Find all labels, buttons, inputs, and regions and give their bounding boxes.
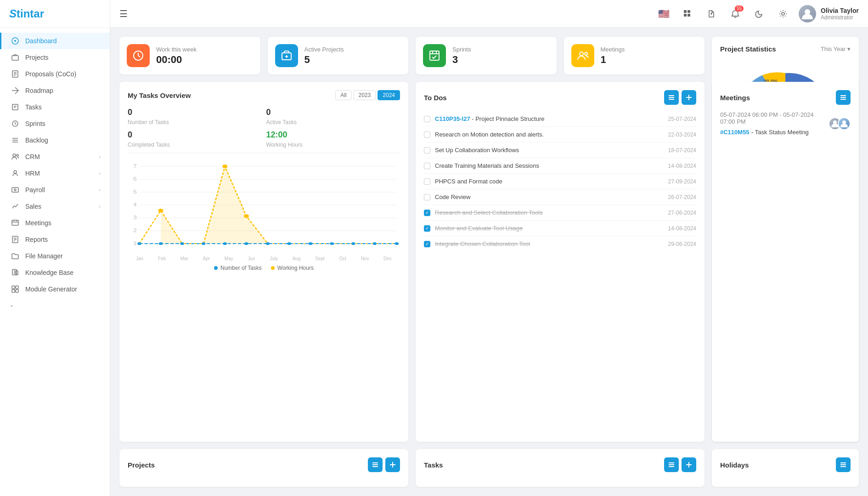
projects-list-button[interactable] [368, 457, 383, 472]
meeting-avatar-2 [838, 117, 851, 130]
todo-checkbox-8[interactable]: ✓ [424, 241, 430, 247]
settings-button[interactable] [775, 6, 791, 22]
sidebar-item-dashboard[interactable]: Dashboard [0, 33, 110, 49]
todo-item-2: Set Up Collaboration Workflows 18-07-202… [424, 143, 696, 158]
sidebar-label-dashboard: Dashboard [25, 37, 101, 45]
stat-value-meetings: 1 [601, 54, 625, 66]
todo-date-8: 29-06-2024 [668, 241, 696, 247]
todo-checkbox-6[interactable]: ✓ [424, 210, 430, 216]
sales-icon [11, 203, 20, 210]
holidays-card: Holidays [712, 449, 859, 487]
project-stats-filter[interactable]: This Year ▾ [821, 46, 851, 52]
meetings-title: Meetings [720, 94, 750, 102]
sidebar-item-crm[interactable]: CRM › [0, 148, 110, 165]
sidebar-label-sales: Sales [25, 203, 99, 210]
project-stats-title: Project Statistics [720, 45, 776, 53]
overview-title: My Tasks Overview [128, 91, 191, 99]
sprints-stat-icon [423, 44, 446, 67]
svg-text:3: 3 [133, 215, 137, 220]
legend-tasks: Number of Tasks [214, 265, 262, 271]
sidebar-item-reports[interactable]: Reports [0, 231, 110, 248]
filter-all[interactable]: All [335, 90, 351, 100]
sidebar-item-module-generator[interactable]: Module Generator [0, 281, 110, 297]
sidebar-item-payroll[interactable]: Payroll › [0, 182, 110, 198]
hrm-chevron: › [99, 171, 101, 176]
sidebar-item-file-manager[interactable]: File Manager [0, 248, 110, 264]
meetings-list-button[interactable] [836, 90, 851, 105]
sidebar-item-backlog[interactable]: Backlog [0, 132, 110, 148]
svg-point-80 [223, 242, 227, 245]
svg-point-84 [309, 242, 312, 245]
svg-rect-34 [688, 10, 690, 13]
apps-button[interactable] [679, 6, 696, 22]
tasks-section-card: Tasks [416, 449, 705, 487]
sidebar-item-projects[interactable]: Projects [0, 49, 110, 66]
sidebar-item-roadmap[interactable]: Roadmap [0, 82, 110, 99]
stat-text-projects: Active Projects 5 [304, 46, 344, 66]
completed-tasks-stat: 0 Completed Tasks [128, 130, 262, 148]
holidays-header: Holidays [720, 457, 851, 472]
legend-hours: Working Hours [271, 265, 314, 271]
svg-point-39 [782, 12, 784, 15]
logo-text: Stintar [9, 7, 44, 20]
todo-checkbox-2[interactable] [424, 147, 430, 154]
todo-link-0[interactable]: C110P35-I27 [435, 115, 470, 122]
sprints-icon [11, 120, 20, 127]
todo-checkbox-5[interactable] [424, 194, 430, 200]
num-tasks-label: Number of Tasks [128, 119, 262, 125]
dashboard-icon [11, 37, 20, 45]
meeting-id-0[interactable]: #C110M55 [720, 129, 750, 136]
tasks-list-button[interactable] [664, 457, 679, 472]
todo-list-button[interactable] [664, 90, 679, 105]
dark-mode-button[interactable] [751, 6, 767, 22]
stat-label-projects: Active Projects [304, 46, 344, 53]
legend-hours-label: Working Hours [277, 265, 314, 271]
svg-point-86 [351, 242, 355, 245]
todos-header: To Dos [424, 90, 696, 105]
svg-point-18 [14, 189, 16, 191]
sidebar-item-meetings[interactable]: Meetings [0, 215, 110, 231]
svg-point-88 [395, 242, 399, 245]
add-button[interactable] [703, 6, 720, 22]
todo-checkbox-0[interactable] [424, 116, 430, 122]
filter-buttons: All 2023 2024 [335, 90, 400, 100]
sidebar-item-sales[interactable]: Sales › [0, 198, 110, 215]
projects-add-button[interactable] [385, 457, 400, 472]
menu-toggle-button[interactable]: ☰ [119, 8, 128, 19]
sidebar-item-tasks[interactable]: Tasks [0, 99, 110, 115]
language-selector[interactable]: 🇺🇸 [655, 6, 672, 22]
sidebar-item-hrm[interactable]: HRM › [0, 165, 110, 182]
overview-header: My Tasks Overview All 2023 2024 [128, 90, 400, 100]
svg-point-14 [13, 154, 16, 157]
flag-icon: 🇺🇸 [658, 8, 670, 19]
backlog-icon [11, 137, 20, 144]
filter-2023[interactable]: 2023 [354, 90, 376, 100]
sidebar-item-proposals[interactable]: Proposals (CoCo) [0, 66, 110, 82]
sidebar-item-sprints[interactable]: Sprints [0, 115, 110, 132]
todo-checkbox-1[interactable] [424, 131, 430, 138]
holidays-title: Holidays [720, 461, 749, 469]
svg-point-82 [266, 242, 270, 245]
sidebar-item-knowledge-base[interactable]: Knowledge Base [0, 264, 110, 281]
todo-add-button[interactable] [682, 90, 696, 105]
chart-legend: Number of Tasks Working Hours [128, 265, 400, 271]
sales-chevron: › [99, 204, 101, 209]
todo-checkbox-7[interactable]: ✓ [424, 225, 430, 232]
filter-2024[interactable]: 2024 [378, 90, 400, 100]
projects-stat-icon [275, 44, 298, 67]
holidays-list-button[interactable] [836, 457, 851, 472]
sidebar-nav: Dashboard Projects Proposals (CoCo) Road… [0, 28, 110, 496]
tasks-add-button[interactable] [682, 457, 696, 472]
projects-section-title: Projects [128, 461, 155, 469]
sidebar-item-more[interactable]: - [0, 297, 110, 314]
hrm-icon [11, 170, 20, 177]
notifications-button[interactable]: 55 [727, 6, 744, 22]
svg-point-16 [14, 171, 17, 173]
svg-point-78 [180, 242, 184, 245]
svg-point-97 [833, 120, 837, 124]
todo-text-0: C110P35-I27 - Project Pinnacle Structure [435, 115, 664, 122]
todo-checkbox-4[interactable] [424, 178, 430, 185]
todo-checkbox-3[interactable] [424, 163, 430, 169]
stat-label-meetings: Meetings [601, 46, 625, 53]
user-profile[interactable]: Olivia Taylor Administrator [799, 5, 859, 23]
